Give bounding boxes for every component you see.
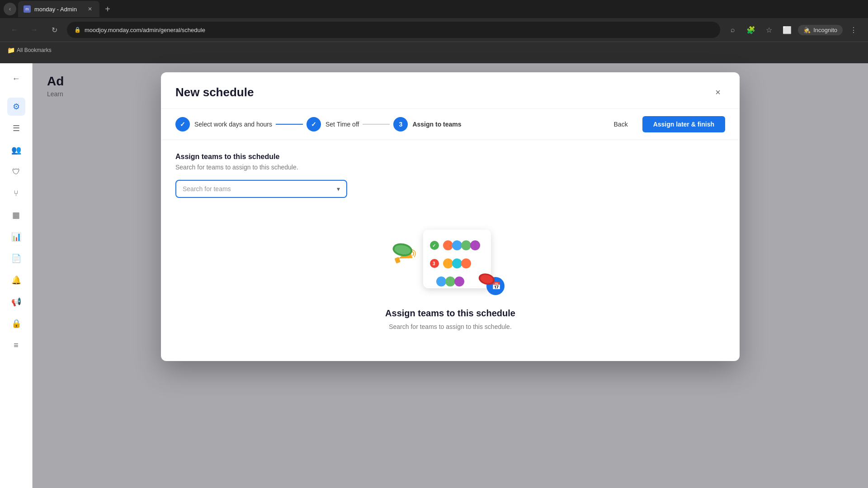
- section-title: Assign teams to this schedule: [175, 153, 725, 161]
- step-3-label: Assign to teams: [412, 121, 461, 128]
- tab-close-button[interactable]: ✕: [86, 5, 94, 13]
- refresh-button[interactable]: ↻: [47, 23, 61, 37]
- tab-bar: ‹ m monday - Admin ✕ +: [0, 0, 868, 18]
- svg-point-3: [443, 240, 453, 250]
- modal-close-button[interactable]: ×: [711, 85, 725, 99]
- tab-prev-button[interactable]: ‹: [4, 3, 16, 15]
- sidebar-item-more[interactable]: ≡: [7, 336, 25, 354]
- search-dropdown[interactable]: Search for teams ▾: [175, 180, 347, 198]
- modal-body: Assign teams to this schedule Search for…: [161, 140, 740, 361]
- svg-point-14: [454, 277, 464, 286]
- stepper-actions: Back Assign later & finish: [605, 116, 725, 132]
- svg-text:3: 3: [433, 261, 435, 266]
- menu-icon[interactable]: ⋮: [846, 23, 861, 37]
- illustration-container: ✓ 3: [392, 216, 509, 297]
- back-button[interactable]: Back: [605, 116, 637, 132]
- search-input-text: Search for teams: [183, 185, 231, 192]
- toolbar-icons: ⌕ 🧩 ☆ ⬜ 🕵 Incognito ⋮: [726, 23, 861, 37]
- step-3: 3 Assign to teams: [393, 117, 461, 131]
- sidebar: ← ⚙ ☰ 👥 🛡 ⑂ ▦ 📊 📄 🔔 📢 🔒 ≡: [0, 63, 33, 488]
- extension-icon[interactable]: 🧩: [744, 23, 758, 37]
- sidebar-item-document[interactable]: 📄: [7, 249, 25, 267]
- step-1-label: Select work days and hours: [194, 121, 272, 128]
- illustration-subtitle: Search for teams to assign to this sched…: [389, 323, 512, 330]
- bookmarks-folder-icon: 📁: [7, 47, 15, 54]
- forward-nav-button[interactable]: →: [27, 23, 42, 37]
- url-text: moodjoy.monday.com/admin/general/schedul…: [85, 27, 205, 33]
- svg-point-11: [461, 258, 471, 268]
- sidebar-item-lock[interactable]: 🔒: [7, 314, 25, 333]
- step-2-label: Set Time off: [326, 121, 359, 128]
- incognito-icon: 🕵: [803, 27, 811, 33]
- modal-title: New schedule: [175, 85, 254, 99]
- active-tab[interactable]: m monday - Admin ✕: [18, 1, 99, 17]
- sidebar-item-users[interactable]: 👥: [7, 141, 25, 159]
- bookmarks-label: All Bookmarks: [17, 47, 52, 53]
- svg-point-6: [470, 240, 480, 250]
- sidebar-item-share[interactable]: ⑂: [7, 184, 25, 202]
- sidebar-item-list[interactable]: ☰: [7, 119, 25, 137]
- step-3-circle: 3: [393, 117, 408, 131]
- bookmarks-bar: 📁 All Bookmarks: [0, 42, 868, 58]
- svg-point-12: [436, 277, 446, 286]
- sidebar-item-settings[interactable]: ⚙: [7, 98, 25, 116]
- sidebar-item-shield[interactable]: 🛡: [7, 163, 25, 181]
- step-2: Set Time off: [307, 117, 359, 131]
- illustration-title: Assign teams to this schedule: [385, 308, 515, 319]
- new-tab-button[interactable]: +: [101, 3, 114, 15]
- step-divider-1: [276, 124, 303, 125]
- assign-finish-button[interactable]: Assign later & finish: [642, 116, 725, 132]
- svg-text:✓: ✓: [432, 243, 436, 248]
- browser-chrome: ‹ m monday - Admin ✕ + ← → ↻ 🔒 moodjoy.m…: [0, 0, 868, 63]
- sidebar-item-chart[interactable]: 📊: [7, 228, 25, 246]
- address-bar-row: ← → ↻ 🔒 moodjoy.monday.com/admin/general…: [0, 18, 868, 42]
- step-1-circle: [175, 117, 190, 131]
- lock-icon: 🔒: [74, 27, 81, 33]
- search-input-container[interactable]: Search for teams ▾: [175, 180, 347, 198]
- sidebar-item-broadcast[interactable]: 📢: [7, 293, 25, 311]
- profile-icon[interactable]: ⬜: [780, 23, 794, 37]
- search-icon[interactable]: ⌕: [726, 23, 740, 37]
- new-schedule-modal: New schedule × Select work days and hour…: [161, 72, 740, 361]
- stepper-row: Select work days and hours Set Time off …: [161, 109, 740, 140]
- page-content: ← ⚙ ☰ 👥 🛡 ⑂ ▦ 📊 📄 🔔 📢 🔒 ≡ Ad Learn New s…: [0, 63, 868, 488]
- illustration-area: ✓ 3: [175, 198, 725, 348]
- step-2-circle: [307, 117, 321, 131]
- stepper-items: Select work days and hours Set Time off …: [175, 117, 462, 131]
- incognito-button[interactable]: 🕵 Incognito: [798, 25, 843, 35]
- back-nav-button[interactable]: ←: [7, 23, 22, 37]
- modal-header: New schedule ×: [161, 72, 740, 109]
- svg-point-13: [445, 277, 455, 286]
- tab-favicon: m: [24, 5, 31, 13]
- teams-illustration: ✓ 3: [392, 216, 518, 306]
- svg-point-9: [443, 258, 453, 268]
- step-divider-2: [363, 124, 390, 125]
- sidebar-item-table[interactable]: ▦: [7, 206, 25, 224]
- chevron-down-icon: ▾: [337, 185, 340, 192]
- incognito-label: Incognito: [813, 27, 837, 33]
- tab-title: monday - Admin: [34, 6, 77, 13]
- sidebar-back-button[interactable]: ←: [8, 70, 24, 87]
- star-icon[interactable]: ☆: [762, 23, 776, 37]
- step-1: Select work days and hours: [175, 117, 272, 131]
- svg-point-4: [452, 240, 462, 250]
- main-area: Ad Learn New schedule × Select work days…: [33, 63, 868, 488]
- address-bar[interactable]: 🔒 moodjoy.monday.com/admin/general/sched…: [67, 22, 720, 38]
- modal-overlay: New schedule × Select work days and hour…: [33, 63, 868, 488]
- sidebar-item-notification[interactable]: 🔔: [7, 271, 25, 289]
- svg-point-5: [461, 240, 471, 250]
- section-subtitle: Search for teams to assign to this sched…: [175, 164, 725, 171]
- svg-point-10: [452, 258, 462, 268]
